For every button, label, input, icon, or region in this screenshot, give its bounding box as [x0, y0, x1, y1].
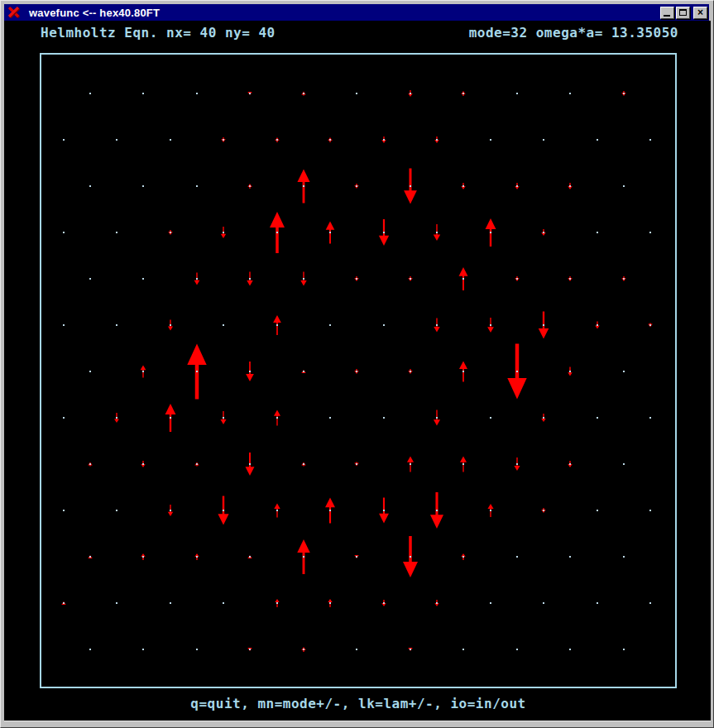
titlebar[interactable]: wavefunc <-- hex40.80FT × [4, 4, 709, 21]
minimize-icon [664, 15, 670, 17]
close-button[interactable]: × [693, 7, 707, 19]
keyboard-help-text: q=quit, mn=mode+/-, lk=lam+/-, io=in/out [40, 696, 677, 711]
close-icon: × [694, 7, 707, 18]
window-frame: wavefunc <-- hex40.80FT × Helmholtz Eqn.… [0, 0, 714, 728]
x11-logo-icon [7, 7, 21, 18]
app-content: Helmholtz Eqn. nx= 40 ny= 40 mode=32 ome… [4, 21, 711, 721]
window-title: wavefunc <-- hex40.80FT [29, 7, 160, 19]
equation-label: Helmholtz Eqn. nx= 40 ny= 40 [41, 25, 276, 41]
plot-box [40, 53, 677, 688]
minimize-button[interactable] [660, 7, 674, 19]
maximize-icon [679, 9, 687, 16]
vector-field-svg [40, 53, 677, 688]
maximize-button[interactable] [676, 7, 690, 19]
mode-omega-readout: mode=32 omega*a= 13.35050 [469, 25, 678, 41]
titlebar-buttons: × [660, 6, 707, 19]
